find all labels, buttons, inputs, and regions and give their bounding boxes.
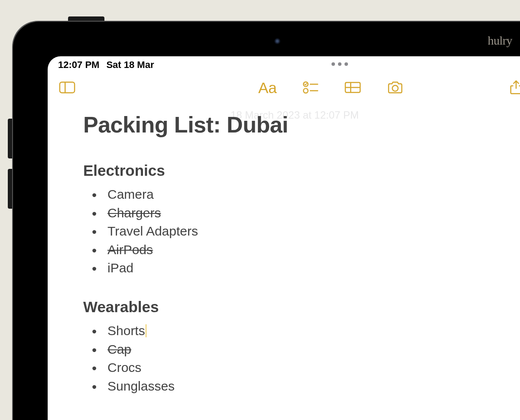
dot-icon — [332, 62, 335, 66]
camera-button[interactable] — [386, 79, 404, 96]
format-button[interactable]: Aa — [258, 80, 277, 95]
section-heading[interactable]: Wearables — [83, 298, 506, 316]
checklist-button[interactable] — [301, 79, 319, 96]
svg-point-4 — [303, 88, 308, 93]
camera-icon — [387, 80, 403, 95]
toolbar: Aa — [48, 74, 520, 99]
ipad-frame: 12:07 PM Sat 18 Mar Aa — [13, 22, 520, 420]
table-button[interactable] — [344, 79, 362, 96]
list-item[interactable]: Sunglasses — [83, 377, 506, 396]
list-item-text: Travel Adapters — [107, 224, 198, 238]
watermark: hulry — [488, 34, 512, 48]
list-item-text: Cap — [107, 342, 131, 356]
list-item[interactable]: iPad — [83, 259, 506, 278]
list-item-text: iPad — [107, 261, 133, 275]
list-item-text: Chargers — [107, 206, 161, 220]
list-item-text: Shorts — [107, 323, 145, 338]
list-item[interactable]: Camera — [83, 185, 506, 204]
item-list[interactable]: Shorts Cap Crocs Sunglasses — [83, 322, 506, 395]
share-button[interactable] — [507, 79, 520, 96]
section-heading[interactable]: Electronics — [83, 162, 506, 179]
list-item[interactable]: Cap — [83, 340, 506, 359]
list-item[interactable]: Crocs — [83, 359, 506, 377]
dot-icon — [344, 62, 348, 66]
share-icon — [508, 80, 520, 95]
list-item-text: Camera — [107, 187, 154, 201]
list-item[interactable]: Travel Adapters — [83, 222, 506, 241]
text-cursor — [146, 324, 146, 337]
sidebar-icon — [59, 80, 75, 95]
svg-rect-0 — [60, 82, 75, 93]
item-list[interactable]: Camera Chargers Travel Adapters AirPods … — [83, 185, 506, 278]
device-side-button-1 — [8, 119, 13, 158]
list-item-text: Sunglasses — [107, 379, 175, 393]
dot-icon — [338, 62, 341, 66]
checklist-icon — [302, 80, 318, 95]
multitask-dots[interactable] — [332, 62, 348, 66]
list-item[interactable]: Shorts — [83, 322, 506, 340]
table-icon — [344, 80, 361, 95]
status-time: 12:07 PM — [58, 59, 99, 71]
list-item[interactable]: Chargers — [83, 204, 506, 223]
svg-point-9 — [392, 85, 398, 91]
list-item-text: Crocs — [107, 360, 141, 375]
status-date: Sat 18 Mar — [106, 59, 154, 71]
status-bar: 12:07 PM Sat 18 Mar — [48, 56, 520, 74]
device-top-button — [68, 16, 104, 22]
list-item-text: AirPods — [107, 242, 153, 257]
device-side-button-2 — [8, 169, 13, 209]
list-item[interactable]: AirPods — [83, 241, 506, 259]
note-timestamp: 18 March 2023 at 12:07 PM — [48, 109, 520, 121]
camera-dot — [274, 38, 280, 44]
note-body[interactable]: 18 March 2023 at 12:07 PM Packing List: … — [48, 112, 520, 395]
toggle-sidebar-button[interactable] — [58, 79, 76, 96]
screen: 12:07 PM Sat 18 Mar Aa — [48, 56, 520, 420]
